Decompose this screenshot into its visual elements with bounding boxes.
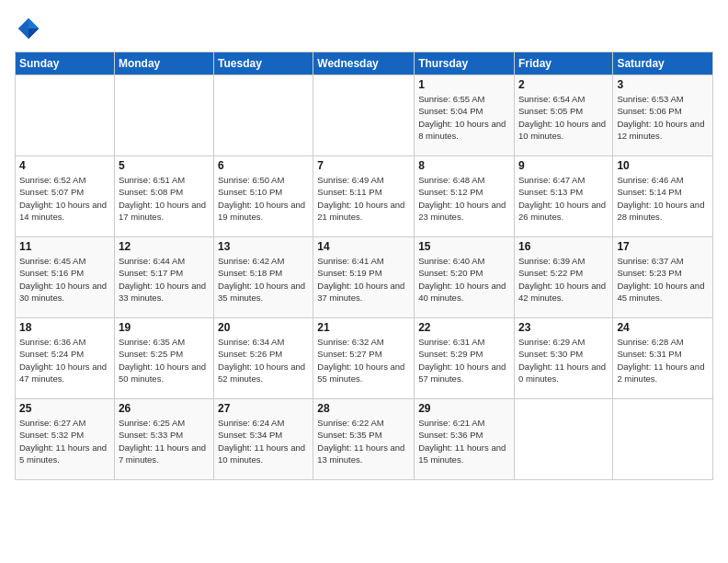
week-row: 25Sunrise: 6:27 AM Sunset: 5:32 PM Dayli… — [16, 399, 713, 480]
day-cell: 8Sunrise: 6:48 AM Sunset: 5:12 PM Daylig… — [415, 156, 515, 237]
day-cell: 19Sunrise: 6:35 AM Sunset: 5:25 PM Dayli… — [114, 318, 213, 399]
day-info: Sunrise: 6:50 AM Sunset: 5:10 PM Dayligh… — [218, 174, 309, 223]
day-number: 16 — [518, 240, 609, 253]
day-info: Sunrise: 6:42 AM Sunset: 5:18 PM Dayligh… — [218, 255, 309, 304]
day-info: Sunrise: 6:53 AM Sunset: 5:06 PM Dayligh… — [617, 93, 709, 142]
logo — [15, 15, 46, 42]
day-cell: 26Sunrise: 6:25 AM Sunset: 5:33 PM Dayli… — [114, 399, 213, 480]
day-info: Sunrise: 6:47 AM Sunset: 5:13 PM Dayligh… — [518, 174, 609, 223]
day-cell: 25Sunrise: 6:27 AM Sunset: 5:32 PM Dayli… — [16, 399, 115, 480]
week-row: 11Sunrise: 6:45 AM Sunset: 5:16 PM Dayli… — [16, 237, 713, 318]
day-info: Sunrise: 6:24 AM Sunset: 5:34 PM Dayligh… — [218, 417, 309, 465]
day-cell: 21Sunrise: 6:32 AM Sunset: 5:27 PM Dayli… — [313, 318, 415, 399]
day-info: Sunrise: 6:37 AM Sunset: 5:23 PM Dayligh… — [617, 255, 709, 304]
day-number: 14 — [317, 240, 410, 253]
col-header-wednesday: Wednesday — [313, 52, 415, 75]
col-header-friday: Friday — [514, 52, 612, 75]
day-number: 12 — [119, 240, 210, 253]
day-cell: 22Sunrise: 6:31 AM Sunset: 5:29 PM Dayli… — [415, 318, 515, 399]
day-number: 13 — [218, 240, 309, 253]
day-info: Sunrise: 6:29 AM Sunset: 5:30 PM Dayligh… — [518, 336, 609, 385]
day-cell: 7Sunrise: 6:49 AM Sunset: 5:11 PM Daylig… — [313, 156, 415, 237]
day-info: Sunrise: 6:25 AM Sunset: 5:33 PM Dayligh… — [119, 417, 210, 465]
day-info: Sunrise: 6:34 AM Sunset: 5:26 PM Dayligh… — [218, 336, 309, 385]
day-info: Sunrise: 6:51 AM Sunset: 5:08 PM Dayligh… — [119, 174, 210, 223]
day-info: Sunrise: 6:22 AM Sunset: 5:35 PM Dayligh… — [317, 417, 410, 465]
day-info: Sunrise: 6:41 AM Sunset: 5:19 PM Dayligh… — [317, 255, 410, 304]
day-info: Sunrise: 6:40 AM Sunset: 5:20 PM Dayligh… — [418, 255, 510, 304]
day-info: Sunrise: 6:35 AM Sunset: 5:25 PM Dayligh… — [119, 336, 210, 385]
day-info: Sunrise: 6:36 AM Sunset: 5:24 PM Dayligh… — [19, 336, 110, 385]
day-number: 15 — [418, 240, 510, 253]
day-number: 19 — [119, 321, 210, 334]
day-info: Sunrise: 6:31 AM Sunset: 5:29 PM Dayligh… — [418, 336, 510, 385]
day-info: Sunrise: 6:54 AM Sunset: 5:05 PM Dayligh… — [518, 93, 609, 142]
day-number: 11 — [19, 240, 110, 253]
day-cell: 1Sunrise: 6:55 AM Sunset: 5:04 PM Daylig… — [415, 75, 515, 156]
day-cell: 20Sunrise: 6:34 AM Sunset: 5:26 PM Dayli… — [214, 318, 313, 399]
day-cell: 6Sunrise: 6:50 AM Sunset: 5:10 PM Daylig… — [214, 156, 313, 237]
day-cell: 24Sunrise: 6:28 AM Sunset: 5:31 PM Dayli… — [613, 318, 713, 399]
day-cell: 16Sunrise: 6:39 AM Sunset: 5:22 PM Dayli… — [514, 237, 612, 318]
week-row: 18Sunrise: 6:36 AM Sunset: 5:24 PM Dayli… — [16, 318, 713, 399]
day-number: 22 — [418, 321, 510, 334]
day-number: 6 — [218, 159, 309, 172]
day-number: 8 — [418, 159, 510, 172]
day-info: Sunrise: 6:44 AM Sunset: 5:17 PM Dayligh… — [119, 255, 210, 304]
day-cell: 12Sunrise: 6:44 AM Sunset: 5:17 PM Dayli… — [114, 237, 213, 318]
day-cell: 23Sunrise: 6:29 AM Sunset: 5:30 PM Dayli… — [514, 318, 612, 399]
day-cell — [313, 75, 415, 156]
day-number: 5 — [119, 159, 210, 172]
col-header-saturday: Saturday — [613, 52, 713, 75]
day-info: Sunrise: 6:32 AM Sunset: 5:27 PM Dayligh… — [317, 336, 410, 385]
day-info: Sunrise: 6:46 AM Sunset: 5:14 PM Dayligh… — [617, 174, 709, 223]
day-info: Sunrise: 6:55 AM Sunset: 5:04 PM Dayligh… — [418, 93, 510, 142]
svg-marker-2 — [28, 29, 39, 39]
day-number: 23 — [518, 321, 609, 334]
day-number: 9 — [518, 159, 609, 172]
day-info: Sunrise: 6:27 AM Sunset: 5:32 PM Dayligh… — [19, 417, 110, 465]
day-cell — [514, 399, 612, 480]
svg-marker-1 — [28, 18, 39, 29]
day-cell — [214, 75, 313, 156]
col-header-monday: Monday — [114, 52, 213, 75]
day-number: 28 — [317, 402, 410, 415]
day-number: 24 — [617, 321, 709, 334]
day-cell: 3Sunrise: 6:53 AM Sunset: 5:06 PM Daylig… — [613, 75, 713, 156]
day-number: 29 — [418, 402, 510, 415]
col-header-sunday: Sunday — [16, 52, 115, 75]
day-info: Sunrise: 6:21 AM Sunset: 5:36 PM Dayligh… — [418, 417, 510, 465]
calendar-page: SundayMondayTuesdayWednesdayThursdayFrid… — [0, 0, 728, 563]
day-cell — [114, 75, 213, 156]
header — [15, 15, 713, 42]
day-cell: 11Sunrise: 6:45 AM Sunset: 5:16 PM Dayli… — [16, 237, 115, 318]
day-info: Sunrise: 6:49 AM Sunset: 5:11 PM Dayligh… — [317, 174, 410, 223]
day-number: 4 — [19, 159, 110, 172]
logo-icon — [15, 15, 42, 42]
day-info: Sunrise: 6:52 AM Sunset: 5:07 PM Dayligh… — [19, 174, 110, 223]
day-cell: 29Sunrise: 6:21 AM Sunset: 5:36 PM Dayli… — [415, 399, 515, 480]
col-header-thursday: Thursday — [415, 52, 515, 75]
day-number: 20 — [218, 321, 309, 334]
day-cell: 13Sunrise: 6:42 AM Sunset: 5:18 PM Dayli… — [214, 237, 313, 318]
day-cell: 15Sunrise: 6:40 AM Sunset: 5:20 PM Dayli… — [415, 237, 515, 318]
day-info: Sunrise: 6:48 AM Sunset: 5:12 PM Dayligh… — [418, 174, 510, 223]
day-info: Sunrise: 6:28 AM Sunset: 5:31 PM Dayligh… — [617, 336, 709, 385]
day-info: Sunrise: 6:39 AM Sunset: 5:22 PM Dayligh… — [518, 255, 609, 304]
day-number: 25 — [19, 402, 110, 415]
day-info: Sunrise: 6:45 AM Sunset: 5:16 PM Dayligh… — [19, 255, 110, 304]
day-cell: 10Sunrise: 6:46 AM Sunset: 5:14 PM Dayli… — [613, 156, 713, 237]
day-cell: 2Sunrise: 6:54 AM Sunset: 5:05 PM Daylig… — [514, 75, 612, 156]
day-number: 2 — [518, 78, 609, 91]
day-cell: 5Sunrise: 6:51 AM Sunset: 5:08 PM Daylig… — [114, 156, 213, 237]
day-number: 26 — [119, 402, 210, 415]
calendar-table: SundayMondayTuesdayWednesdayThursdayFrid… — [15, 52, 713, 480]
week-row: 1Sunrise: 6:55 AM Sunset: 5:04 PM Daylig… — [16, 75, 713, 156]
day-cell: 27Sunrise: 6:24 AM Sunset: 5:34 PM Dayli… — [214, 399, 313, 480]
day-cell: 9Sunrise: 6:47 AM Sunset: 5:13 PM Daylig… — [514, 156, 612, 237]
day-cell: 4Sunrise: 6:52 AM Sunset: 5:07 PM Daylig… — [16, 156, 115, 237]
day-cell — [613, 399, 713, 480]
day-number: 3 — [617, 78, 709, 91]
day-number: 7 — [317, 159, 410, 172]
day-cell: 14Sunrise: 6:41 AM Sunset: 5:19 PM Dayli… — [313, 237, 415, 318]
